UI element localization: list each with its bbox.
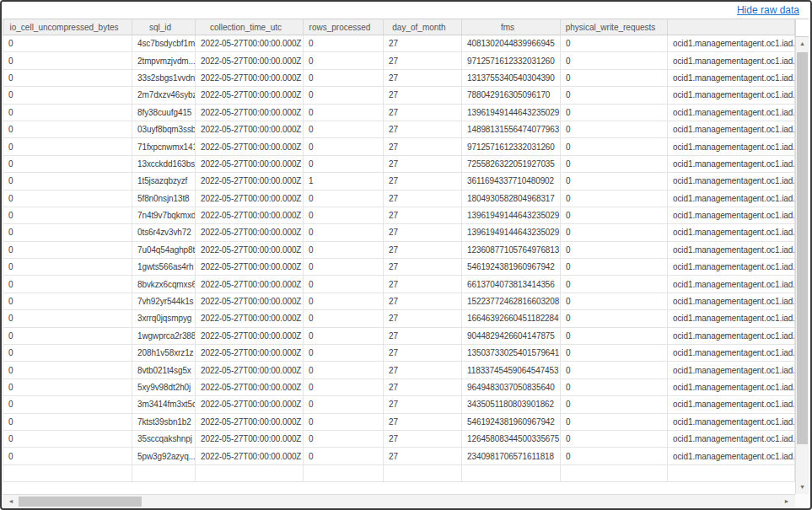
- table-cell: 27: [384, 310, 462, 327]
- horizontal-scrollbar[interactable]: ◄ ►: [3, 494, 795, 508]
- table-row: 01wgwprca2r3882022-05-27T00:00:00.000Z02…: [3, 328, 795, 345]
- table-cell: 0: [3, 276, 132, 293]
- table-cell: 0: [304, 242, 384, 259]
- horizontal-scrollbar-thumb[interactable]: [19, 497, 142, 507]
- table-cell: ocid1.managementagent.oc1.iad.a: [668, 293, 795, 310]
- vertical-scrollbar[interactable]: ▲ ▼: [795, 37, 809, 494]
- table-cell: 2022-05-27T00:00:00.000Z: [196, 52, 304, 69]
- table-cell: 208h1v58xrz1z: [132, 345, 196, 362]
- table-cell: 27: [384, 362, 462, 378]
- column-header-rows-processed: rows_processed: [304, 19, 384, 35]
- table-cell: [561, 465, 668, 482]
- table-cell: 0: [561, 173, 668, 190]
- table-header-row: io_cell_uncompressed_bytes sql_id collec…: [3, 19, 795, 35]
- table-cell: 27: [384, 448, 462, 464]
- table-cell: 2022-05-27T00:00:00.000Z: [196, 448, 304, 464]
- table-cell: 27: [384, 121, 462, 138]
- table-cell: 27: [384, 328, 462, 345]
- table-cell: ocid1.managementagent.oc1.iad.a: [668, 431, 795, 448]
- table-cell: 27: [384, 396, 462, 413]
- scroll-left-icon[interactable]: ◄: [4, 495, 18, 508]
- table-cell: 03uyf8bqm3ssb: [132, 121, 196, 138]
- table-cell: 0: [304, 379, 384, 396]
- table-cell: 9649483037050835640: [462, 379, 561, 396]
- table-cell: [668, 465, 795, 482]
- table-cell: 0: [304, 448, 384, 464]
- table-cell: 27: [384, 293, 462, 310]
- table-cell: ocid1.managementagent.oc1.iad.a: [668, 328, 795, 345]
- table-cell: 0: [3, 448, 132, 464]
- table-cell: 0: [561, 414, 668, 431]
- table-cell: 3m3414fm3xt5d: [132, 396, 196, 413]
- table-cell: 1gwts566as4rh: [132, 259, 196, 276]
- column-header-collection-time-utc: collection_time_utc: [196, 19, 304, 35]
- table-cell: 11833745459064547453: [462, 362, 561, 378]
- table-cell: 0: [561, 35, 668, 52]
- table-cell: 0: [3, 87, 132, 104]
- table-cell: ocid1.managementagent.oc1.iad.a: [668, 448, 795, 464]
- table-cell: 1t5jsazqbzyzf: [132, 173, 196, 190]
- table-cell: 0: [561, 431, 668, 448]
- table-row: 07vh92yr544k1s2022-05-27T00:00:00.000Z02…: [3, 293, 795, 310]
- column-header-physical-write-requests: physical_write_requests: [561, 19, 668, 35]
- table-cell: 0: [561, 121, 668, 138]
- table-cell: ocid1.managementagent.oc1.iad.a: [668, 224, 795, 241]
- table-cell: 7vh92yr544k1s: [132, 293, 196, 310]
- table-cell: 0: [561, 259, 668, 276]
- table-cell: 2022-05-27T00:00:00.000Z: [196, 345, 304, 362]
- table-cell: 27: [384, 207, 462, 224]
- table-cell: 0: [561, 345, 668, 362]
- table-cell: [304, 465, 384, 482]
- table-cell: 27: [384, 156, 462, 173]
- table-row: 01t5jsazqbzyzf2022-05-27T00:00:00.000Z12…: [3, 173, 795, 190]
- table-cell: 2022-05-27T00:00:00.000Z: [196, 414, 304, 431]
- table-cell: 7n4t9v7bqkmxd: [132, 207, 196, 224]
- vertical-scrollbar-thumb[interactable]: [797, 52, 808, 444]
- scrollbar-header-spacer: [795, 19, 809, 37]
- table-cell: 27: [384, 431, 462, 448]
- table-cell: 2022-05-27T00:00:00.000Z: [196, 105, 304, 121]
- table-row: 0208h1v58xrz1z2022-05-27T00:00:00.000Z02…: [3, 345, 795, 362]
- table-cell: 27: [384, 87, 462, 104]
- scroll-down-icon[interactable]: ▼: [796, 480, 809, 494]
- table-cell: 3xrrq0jqsmpyg: [132, 310, 196, 327]
- table-cell: ocid1.managementagent.oc1.iad.a: [668, 156, 795, 173]
- table-cell: 2022-05-27T00:00:00.000Z: [196, 173, 304, 190]
- table-row: 04sc7bsdycbf1m2022-05-27T00:00:00.000Z02…: [3, 35, 795, 52]
- column-header-day-of-month: day_of_month: [384, 19, 462, 35]
- table-cell: 0: [3, 224, 132, 241]
- table-row: 035sccqakshnpj2022-05-27T00:00:00.000Z02…: [3, 431, 795, 448]
- table-cell: 1wgwprca2r388: [132, 328, 196, 345]
- table-cell: ocid1.managementagent.oc1.iad.a: [668, 121, 795, 138]
- table-cell: ocid1.managementagent.oc1.iad.a: [668, 414, 795, 431]
- table-cell: 7255826322051927035: [462, 156, 561, 173]
- table-cell: 2022-05-27T00:00:00.000Z: [196, 328, 304, 345]
- table-cell: 2022-05-27T00:00:00.000Z: [196, 431, 304, 448]
- table-cell: 8fy38cuufg415: [132, 105, 196, 121]
- table-cell: 2m7dxzv46sybz: [132, 87, 196, 104]
- table-cell: 5461924381960967942: [462, 414, 561, 431]
- table-row: 02tmpvmzjvdm...2022-05-27T00:00:00.000Z0…: [3, 52, 795, 69]
- table-row: 003uyf8bqm3ssb2022-05-27T00:00:00.000Z02…: [3, 121, 795, 138]
- table-cell: ocid1.managementagent.oc1.iad.a: [668, 52, 795, 69]
- table-row: 08bvkzx6cqmxs62022-05-27T00:00:00.000Z02…: [3, 276, 795, 293]
- table-cell: 0: [561, 328, 668, 345]
- table-cell: 0: [3, 293, 132, 310]
- scroll-right-icon[interactable]: ►: [780, 495, 793, 508]
- scroll-up-icon[interactable]: ▲: [796, 37, 809, 51]
- table-cell: 0: [3, 52, 132, 69]
- table-row: 03m3414fm3xt5d2022-05-27T00:00:00.000Z02…: [3, 396, 795, 413]
- table-cell: 0: [561, 138, 668, 155]
- table-cell: [3, 465, 132, 482]
- table-cell: 2022-05-27T00:00:00.000Z: [196, 138, 304, 155]
- table-cell: 2022-05-27T00:00:00.000Z: [196, 156, 304, 173]
- table-cell: 0: [3, 173, 132, 190]
- hide-raw-data-link[interactable]: Hide raw data: [737, 4, 799, 16]
- table-row: 00ts6r4zv3vh722022-05-27T00:00:00.000Z02…: [3, 224, 795, 241]
- table-cell: 2022-05-27T00:00:00.000Z: [196, 224, 304, 241]
- table-cell: 4sc7bsdycbf1m: [132, 35, 196, 52]
- table-cell: 0: [304, 396, 384, 413]
- table-cell: 5f8n0nsjn13t8: [132, 191, 196, 207]
- table-cell: 27: [384, 379, 462, 396]
- table-cell: 6613704073813414356: [462, 276, 561, 293]
